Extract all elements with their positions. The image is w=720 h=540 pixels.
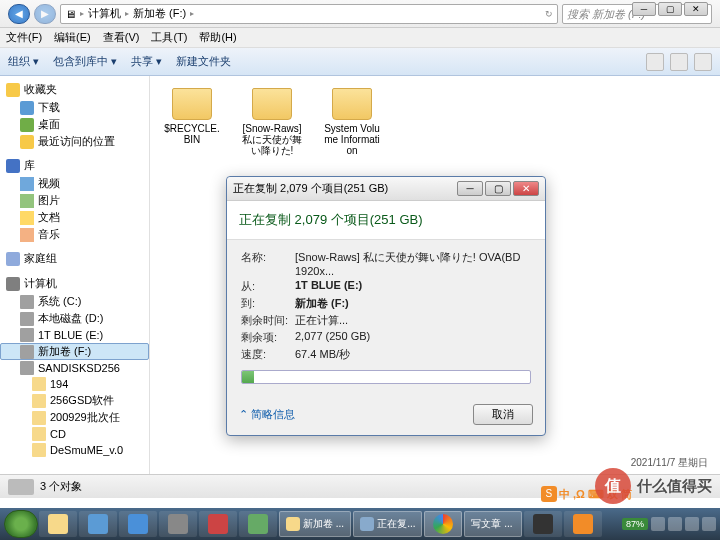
taskbar-pin-app2[interactable] [159, 511, 197, 537]
battery-indicator[interactable]: 87% [622, 518, 648, 530]
sidebar-favorites[interactable]: 收藏夹 [0, 80, 149, 99]
sidebar-drive-c[interactable]: 系统 (C:) [0, 293, 149, 310]
tray-icon[interactable] [651, 517, 665, 531]
menu-file[interactable]: 文件(F) [6, 30, 42, 45]
menu-edit[interactable]: 编辑(E) [54, 30, 91, 45]
sidebar-drive-f[interactable]: 新加卷 (F:) [0, 343, 149, 360]
sidebar-drive-d[interactable]: 本地磁盘 (D:) [0, 310, 149, 327]
maximize-button[interactable]: ▢ [658, 2, 682, 16]
minimize-button[interactable]: ─ [632, 2, 656, 16]
taskbar-pin-app3[interactable] [199, 511, 237, 537]
start-button[interactable] [4, 510, 38, 538]
sidebar-homegroup[interactable]: 家庭组 [0, 249, 149, 268]
dialog-heading: 正在复制 2,079 个项目(251 GB) [227, 201, 545, 240]
sogou-icon [573, 514, 593, 534]
menu-help[interactable]: 帮助(H) [199, 30, 236, 45]
folder-label: System Volume Information [322, 123, 382, 156]
taskbar: 新加卷 ... 正在复... 写文章 ... 87% [0, 508, 720, 540]
folder-icon [172, 88, 212, 120]
taskbar-pin-app[interactable] [79, 511, 117, 537]
folder-snowraws[interactable]: [Snow-Raws] 私に天使が舞い降りた! [242, 88, 302, 156]
sidebar-libraries[interactable]: 库 [0, 156, 149, 175]
app-icon [88, 514, 108, 534]
taskbar-pin-sogou[interactable] [564, 511, 602, 537]
document-icon [20, 211, 34, 225]
sidebar-downloads[interactable]: 下载 [0, 99, 149, 116]
sidebar-drive-sandisk[interactable]: SANDISKSD256 [0, 360, 149, 376]
sidebar-videos[interactable]: 视频 [0, 175, 149, 192]
progress-bar [241, 370, 531, 384]
menu-tools[interactable]: 工具(T) [151, 30, 187, 45]
sidebar-music[interactable]: 音乐 [0, 226, 149, 243]
folder-icon [32, 394, 46, 408]
sidebar-folder-256gsd[interactable]: 256GSD软件 [0, 392, 149, 409]
cancel-button[interactable]: 取消 [473, 404, 533, 425]
sidebar-folder-194[interactable]: 194 [0, 376, 149, 392]
breadcrumb-computer[interactable]: 计算机 [88, 6, 121, 21]
drive-icon [20, 328, 34, 342]
menu-view[interactable]: 查看(V) [103, 30, 140, 45]
tray-icon[interactable] [668, 517, 682, 531]
sidebar-folder-desmume[interactable]: DeSmuME_v.0 [0, 442, 149, 458]
taskbar-pin-ie[interactable] [119, 511, 157, 537]
value-name: [Snow-Raws] 私に天使が舞い降りた! OVA(BD 1920x... [295, 250, 531, 277]
taskbar-pin-app4[interactable] [239, 511, 277, 537]
forward-button[interactable]: ▶ [34, 4, 56, 24]
toolbar-newfolder[interactable]: 新建文件夹 [176, 54, 231, 69]
dialog-close-button[interactable]: ✕ [513, 181, 539, 196]
sidebar-computer[interactable]: 计算机 [0, 274, 149, 293]
ime-sogou-icon[interactable]: S [541, 486, 557, 502]
folder-icon [32, 443, 46, 457]
preview-pane-icon[interactable] [670, 53, 688, 71]
toolbar-organize[interactable]: 组织 ▾ [8, 54, 39, 69]
sidebar-recent[interactable]: 最近访问的位置 [0, 133, 149, 150]
dialog-minimize-button[interactable]: ─ [457, 181, 483, 196]
sidebar-folder-200929[interactable]: 200929批次任 [0, 409, 149, 426]
taskbar-pin-app5[interactable] [524, 511, 562, 537]
toolbar-include[interactable]: 包含到库中 ▾ [53, 54, 117, 69]
picture-icon [20, 194, 34, 208]
toolbar-share[interactable]: 共享 ▾ [131, 54, 162, 69]
folder-recyclebin[interactable]: $RECYCLE.BIN [162, 88, 222, 145]
taskbar-chrome[interactable] [424, 511, 462, 537]
back-button[interactable]: ◀ [8, 4, 30, 24]
sidebar-drive-e[interactable]: 1T BLUE (E:) [0, 327, 149, 343]
help-icon[interactable] [694, 53, 712, 71]
chevron-right-icon: ▸ [190, 9, 194, 18]
value-remaining: 2,077 (250 GB) [295, 330, 531, 345]
dialog-titlebar[interactable]: 正在复制 2,079 个项目(251 GB) ─ ▢ ✕ [227, 177, 545, 201]
sidebar-pictures[interactable]: 图片 [0, 192, 149, 209]
view-options-icon[interactable] [646, 53, 664, 71]
system-tray[interactable]: 87% [622, 517, 716, 531]
window-controls: ─ ▢ ✕ [632, 2, 708, 16]
taskbar-task-explorer[interactable]: 新加卷 ... [279, 511, 351, 537]
breadcrumb-drive[interactable]: 新加卷 (F:) [133, 6, 186, 21]
folder-icon [32, 411, 46, 425]
refresh-icon[interactable]: ↻ [545, 9, 553, 19]
taskbar-pin-explorer[interactable] [39, 511, 77, 537]
sidebar-desktop[interactable]: 桌面 [0, 116, 149, 133]
close-button[interactable]: ✕ [684, 2, 708, 16]
dialog-body: 名称:[Snow-Raws] 私に天使が舞い降りた! OVA(BD 1920x.… [227, 240, 545, 398]
chevron-up-icon: ⌃ [239, 408, 248, 421]
tray-volume-icon[interactable] [685, 517, 699, 531]
dialog-title-text: 正在复制 2,079 个项目(251 GB) [233, 181, 388, 196]
app-icon [168, 514, 188, 534]
sidebar-folder-cd[interactable]: CD [0, 426, 149, 442]
menu-bar: 文件(F) 编辑(E) 查看(V) 工具(T) 帮助(H) [0, 28, 720, 48]
progress-fill [242, 371, 254, 383]
sidebar-documents[interactable]: 文档 [0, 209, 149, 226]
label-remaining: 剩余项: [241, 330, 295, 345]
download-icon [20, 101, 34, 115]
tray-network-icon[interactable] [702, 517, 716, 531]
taskbar-task-write[interactable]: 写文章 ... [464, 511, 522, 537]
dialog-maximize-button[interactable]: ▢ [485, 181, 511, 196]
desktop-icon [20, 118, 34, 132]
taskbar-task-copy[interactable]: 正在复... [353, 511, 422, 537]
recent-icon [20, 135, 34, 149]
more-details-toggle[interactable]: ⌃简略信息 [239, 407, 295, 422]
toolbar: 组织 ▾ 包含到库中 ▾ 共享 ▾ 新建文件夹 [0, 48, 720, 76]
address-bar[interactable]: 🖥 ▸ 计算机 ▸ 新加卷 (F:) ▸ ↻ [60, 4, 558, 24]
folder-svi[interactable]: System Volume Information [322, 88, 382, 156]
chevron-right-icon: ▸ [80, 9, 84, 18]
